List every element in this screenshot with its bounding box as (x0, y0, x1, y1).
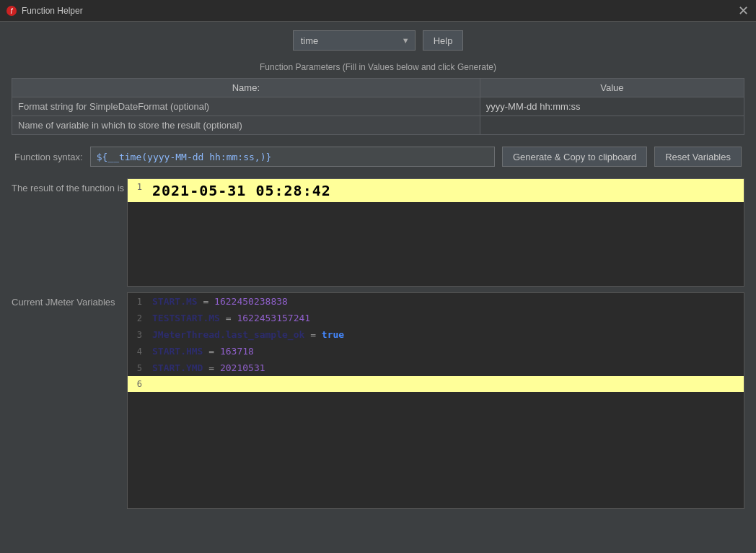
result-label: The result of the function is (12, 178, 127, 287)
window-title: Function Helper (22, 6, 83, 16)
param-value-cell[interactable] (480, 97, 744, 116)
top-controls: time threadNum samplerName machineIP mac… (12, 30, 744, 51)
function-syntax-input[interactable] (90, 147, 495, 167)
reset-variables-button[interactable]: Reset Variables (654, 147, 742, 167)
variables-code-area[interactable]: 1START.MS = 16224502388382TESTSTART.MS =… (127, 292, 744, 509)
variables-label: Current JMeter Variables (12, 292, 127, 509)
variable-line: 4START.HMS = 163718 (128, 343, 744, 360)
param-value-cell[interactable] (480, 116, 744, 135)
line-number: 4 (128, 344, 148, 360)
name-column-header: Name: (12, 79, 480, 97)
line-number: 6 (128, 376, 148, 392)
function-dropdown[interactable]: time threadNum samplerName machineIP mac… (293, 30, 416, 51)
line-number: 2 (128, 310, 148, 326)
title-bar: f Function Helper ✕ (0, 0, 756, 22)
variable-content: JMeterThread.last_sample_ok = true (148, 326, 744, 343)
function-syntax-label: Function syntax: (14, 152, 83, 162)
line-number: 3 (128, 327, 148, 343)
result-line: 12021-05-31 05:28:42 (128, 179, 744, 202)
variable-content: START.MS = 1622450238838 (148, 293, 744, 310)
param-name-cell: Format string for SimpleDateFormat (opti… (12, 97, 480, 116)
help-button[interactable]: Help (423, 30, 464, 51)
variable-line: 5START.YMD = 20210531 (128, 360, 744, 376)
variable-content: TESTSTART.MS = 1622453157241 (148, 310, 744, 326)
function-syntax-row: Function syntax: Generate & Copy to clip… (12, 147, 744, 167)
variables-section: Current JMeter Variables 1START.MS = 162… (12, 292, 744, 509)
param-value-input[interactable] (486, 120, 738, 131)
line-number: 1 (128, 294, 148, 310)
param-value-input[interactable] (486, 101, 738, 112)
variable-content (148, 381, 744, 387)
main-content: time threadNum samplerName machineIP mac… (0, 22, 756, 518)
value-column-header: Value (480, 79, 744, 97)
variable-line: 3JMeterThread.last_sample_ok = true (128, 326, 744, 343)
generate-copy-button[interactable]: Generate & Copy to clipboard (502, 147, 647, 167)
close-button[interactable]: ✕ (737, 4, 750, 17)
title-bar-left: f Function Helper (6, 5, 83, 17)
function-dropdown-wrapper: time threadNum samplerName machineIP mac… (293, 30, 416, 51)
params-table: Name: Value Format string for SimpleDate… (12, 78, 744, 135)
variable-line: 1START.MS = 1622450238838 (128, 293, 744, 310)
variable-content: START.HMS = 163718 (148, 343, 744, 360)
line-number: 5 (128, 360, 148, 376)
line-content: 2021-05-31 05:28:42 (148, 179, 744, 202)
variable-content: START.YMD = 20210531 (148, 360, 744, 376)
result-code-area[interactable]: 12021-05-31 05:28:42 (127, 178, 744, 287)
app-icon: f (6, 5, 17, 17)
param-name-cell: Name of variable in which to store the r… (12, 116, 480, 135)
variable-line: 6 (128, 376, 744, 392)
line-number: 1 (128, 179, 148, 195)
result-section: The result of the function is 12021-05-3… (12, 178, 744, 287)
params-description: Function Parameters (Fill in Values belo… (12, 62, 744, 72)
variable-line: 2TESTSTART.MS = 1622453157241 (128, 310, 744, 326)
